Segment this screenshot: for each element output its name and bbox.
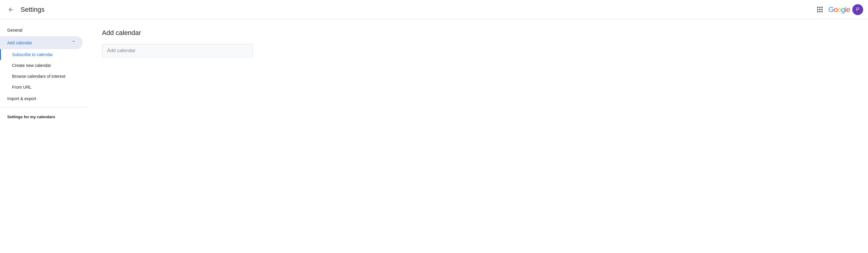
back-arrow-icon bbox=[8, 7, 14, 13]
google-logo: Google bbox=[829, 5, 850, 14]
sidebar-submenu-item-subscribe[interactable]: Subscribe to calendar bbox=[0, 49, 88, 60]
submenu-browse-label: Browse calendars of interest bbox=[12, 74, 65, 79]
add-calendar-input[interactable] bbox=[102, 44, 253, 57]
chevron-up-icon: ⌃ bbox=[71, 40, 75, 45]
apps-button[interactable] bbox=[814, 4, 826, 16]
sidebar-submenu-item-from-url[interactable]: From URL bbox=[0, 82, 88, 93]
submenu-create-label: Create new calendar bbox=[12, 63, 51, 68]
content-area: Add calendar bbox=[88, 19, 868, 253]
sidebar-item-general[interactable]: General bbox=[0, 24, 88, 36]
header-left: Settings bbox=[5, 4, 45, 16]
header: Settings Google P bbox=[0, 0, 868, 19]
avatar[interactable]: P bbox=[852, 4, 863, 15]
header-right: Google P bbox=[814, 4, 863, 16]
search-input-container bbox=[102, 44, 253, 57]
sidebar-divider bbox=[0, 107, 88, 107]
back-button[interactable] bbox=[5, 4, 17, 16]
sidebar-submenu-item-create[interactable]: Create new calendar bbox=[0, 60, 88, 71]
sidebar: General Add calendar ⌃ Subscribe to cale… bbox=[0, 19, 88, 253]
submenu-subscribe-label: Subscribe to calendar bbox=[12, 52, 53, 57]
sidebar-section-label: Settings for my calendars bbox=[0, 110, 88, 122]
sidebar-submenu: Subscribe to calendar Create new calenda… bbox=[0, 49, 88, 93]
sidebar-item-general-label: General bbox=[7, 28, 22, 33]
sidebar-item-add-calendar[interactable]: Add calendar ⌃ bbox=[0, 36, 83, 49]
sidebar-submenu-item-browse[interactable]: Browse calendars of interest bbox=[0, 71, 88, 82]
main-layout: General Add calendar ⌃ Subscribe to cale… bbox=[0, 19, 868, 253]
sidebar-item-add-calendar-label: Add calendar bbox=[7, 40, 32, 45]
page-title: Settings bbox=[21, 6, 45, 13]
content-title: Add calendar bbox=[102, 29, 854, 37]
sidebar-item-import-export[interactable]: Import & export bbox=[0, 93, 88, 105]
submenu-from-url-label: From URL bbox=[12, 85, 32, 90]
sidebar-item-import-export-label: Import & export bbox=[7, 96, 36, 101]
grid-icon bbox=[817, 7, 823, 12]
